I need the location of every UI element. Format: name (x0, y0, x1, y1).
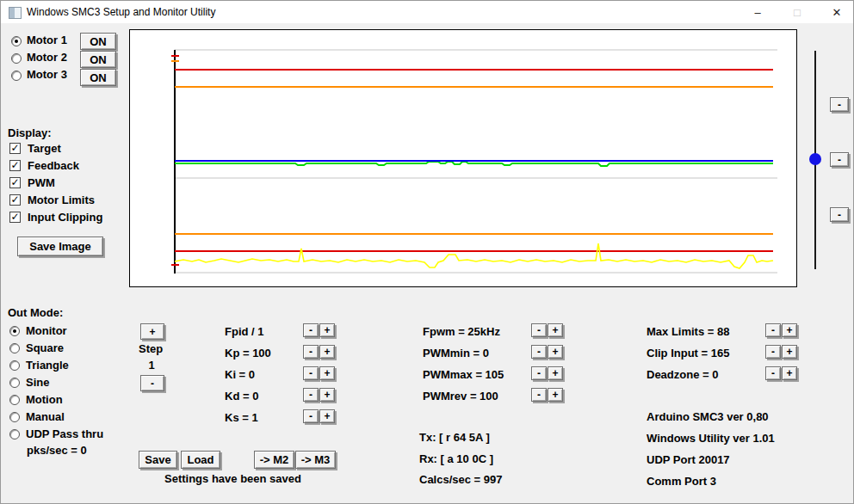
fpwm-minus-button[interactable]: - (531, 323, 547, 337)
settings-status-text: Settings have been saved (164, 472, 301, 485)
motor-2-on-button[interactable]: ON (80, 51, 116, 68)
max-limits-value: Max Limits = 88 (647, 325, 729, 338)
pwmmin-minus-button[interactable]: - (531, 345, 547, 359)
tx-status: Tx: [ r 64 5A ] (419, 431, 490, 444)
checkbox-pwm[interactable]: ✓ (9, 177, 21, 188)
step-label: Step (139, 342, 163, 355)
radio-square[interactable] (9, 343, 20, 353)
calcs-per-sec: Calcs/sec = 997 (419, 473, 503, 486)
save-image-button[interactable]: Save Image (17, 237, 103, 256)
fpid-minus-button[interactable]: - (303, 323, 319, 337)
checkbox-motor-limits[interactable]: ✓ (9, 194, 21, 206)
radio-sine-label[interactable]: Sine (26, 376, 49, 389)
checkbox-pwm-label[interactable]: PWM (28, 176, 55, 189)
kd-plus-button[interactable]: + (319, 388, 335, 402)
app-window: Windows SMC3 Setup and Monitor Utility –… (0, 0, 854, 504)
step-plus-button[interactable]: + (140, 323, 164, 340)
kp-minus-button[interactable]: - (303, 345, 319, 359)
scope-chart (129, 29, 797, 287)
pwmmax-plus-button[interactable]: + (548, 366, 563, 380)
ks-value: Ks = 1 (225, 411, 258, 424)
motor-3-label[interactable]: Motor 3 (27, 68, 67, 81)
clip-input-minus-button[interactable]: - (765, 345, 781, 359)
pwmrev-plus-button[interactable]: + (548, 388, 563, 402)
side-minus-button-1[interactable]: - (830, 97, 849, 112)
fpid-plus-button[interactable]: + (319, 323, 335, 337)
clip-input-value: Clip Input = 165 (647, 347, 729, 360)
fpid-value: Fpid / 1 (225, 325, 264, 338)
pks-per-sec-value: pks/sec = 0 (27, 444, 87, 457)
radio-monitor[interactable] (9, 326, 20, 336)
to-m2-button[interactable]: -> M2 (254, 451, 294, 469)
step-minus-button[interactable]: - (140, 375, 164, 391)
ki-plus-button[interactable]: + (319, 366, 335, 380)
radio-udp-pass-thru[interactable] (9, 429, 20, 439)
checkbox-target[interactable]: ✓ (9, 143, 21, 154)
kd-minus-button[interactable]: - (303, 388, 319, 402)
load-button[interactable]: Load (181, 451, 220, 469)
close-button[interactable]: ✕ (826, 3, 848, 21)
radio-monitor-label[interactable]: Monitor (26, 324, 67, 337)
deadzone-value: Deadzone = 0 (647, 368, 718, 381)
slider-knob[interactable] (809, 153, 821, 165)
checkbox-feedback[interactable]: ✓ (9, 160, 21, 171)
radio-motor-3[interactable] (11, 71, 22, 81)
display-heading: Display: (8, 126, 52, 139)
max-limits-plus-button[interactable]: + (782, 323, 797, 337)
checkbox-feedback-label[interactable]: Feedback (28, 159, 79, 172)
pwmrev-minus-button[interactable]: - (531, 388, 547, 402)
checkbox-input-clipping[interactable]: ✓ (9, 212, 21, 223)
motor-2-label[interactable]: Motor 2 (27, 51, 67, 64)
motor-1-on-button[interactable]: ON (80, 33, 116, 50)
deadzone-plus-button[interactable]: + (782, 366, 797, 380)
udp-port: UDP Port 20017 (647, 453, 730, 466)
titlebar: Windows SMC3 Setup and Monitor Utility –… (1, 1, 853, 23)
radio-motor-1[interactable] (11, 36, 22, 46)
out-mode-heading: Out Mode: (8, 306, 63, 319)
ks-minus-button[interactable]: - (303, 409, 319, 423)
comm-port: Comm Port 3 (647, 475, 716, 488)
save-button[interactable]: Save (139, 451, 177, 469)
radio-sine[interactable] (9, 378, 20, 388)
fpwm-plus-button[interactable]: + (548, 323, 563, 337)
pwmmax-minus-button[interactable]: - (531, 366, 547, 380)
radio-triangle-label[interactable]: Triangle (26, 359, 69, 372)
checkbox-input-clipping-label[interactable]: Input Clipping (28, 211, 102, 224)
to-m3-button[interactable]: -> M3 (295, 451, 336, 469)
side-minus-button-2[interactable]: - (830, 152, 849, 167)
deadzone-minus-button[interactable]: - (765, 366, 781, 380)
minimize-button[interactable]: – (746, 3, 769, 21)
maximize-button: □ (786, 3, 808, 21)
motor-1-label[interactable]: Motor 1 (27, 34, 67, 46)
radio-motion[interactable] (9, 395, 20, 405)
kd-value: Kd = 0 (225, 390, 258, 403)
motor-3-on-button[interactable]: ON (80, 69, 116, 86)
fpwm-value: Fpwm = 25kHz (423, 325, 500, 338)
pwmmin-plus-button[interactable]: + (548, 345, 563, 359)
clip-input-plus-button[interactable]: + (782, 345, 797, 359)
checkbox-motor-limits-label[interactable]: Motor Limits (28, 194, 95, 206)
radio-motor-2[interactable] (11, 53, 22, 64)
ks-plus-button[interactable]: + (319, 409, 335, 423)
pwmmin-value: PWMmin = 0 (423, 347, 489, 360)
ki-minus-button[interactable]: - (303, 366, 319, 380)
rx-status: Rx: [ a 10 0C ] (419, 452, 493, 465)
max-limits-minus-button[interactable]: - (765, 323, 781, 337)
pwmmax-value: PWMmax = 105 (423, 368, 504, 381)
radio-square-label[interactable]: Square (26, 341, 64, 354)
kp-value: Kp = 100 (225, 347, 271, 360)
radio-manual[interactable] (9, 412, 20, 422)
arduino-version: Arduino SMC3 ver 0,80 (647, 410, 769, 423)
ki-value: Ki = 0 (225, 368, 255, 381)
kp-plus-button[interactable]: + (319, 345, 335, 359)
scope-plot (130, 30, 796, 286)
radio-udp-pass-thru-label[interactable]: UDP Pass thru (26, 427, 103, 440)
radio-triangle[interactable] (9, 360, 20, 371)
window-title: Windows SMC3 Setup and Monitor Utility (27, 6, 215, 18)
step-value: 1 (139, 359, 164, 372)
radio-motion-label[interactable]: Motion (26, 393, 63, 406)
checkbox-target-label[interactable]: Target (28, 142, 61, 155)
radio-manual-label[interactable]: Manual (26, 410, 65, 423)
pwmrev-value: PWMrev = 100 (423, 390, 498, 403)
side-minus-button-3[interactable]: - (830, 207, 849, 222)
